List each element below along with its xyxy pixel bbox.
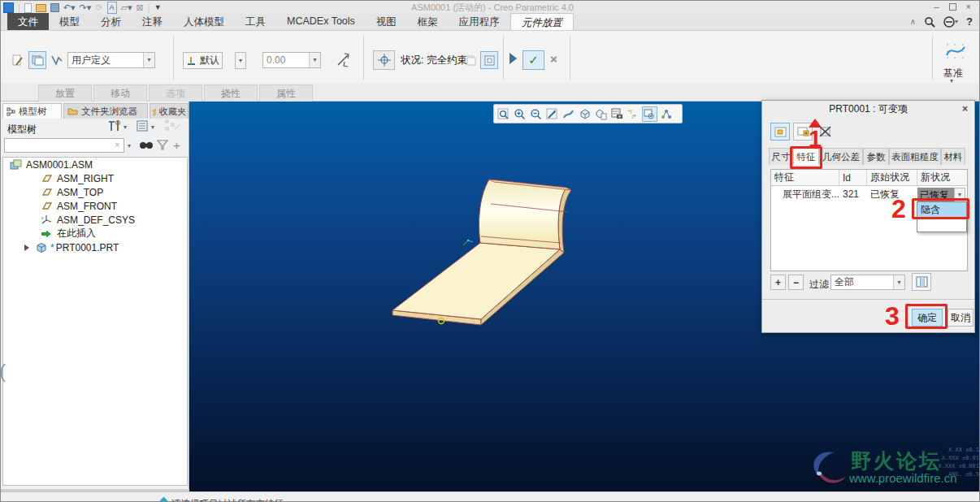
open-file-icon[interactable] [36,4,46,12]
regenerate-icon[interactable]: ⟳ [95,2,102,13]
tab-component-placement[interactable]: 元件放置 [510,13,574,30]
tree-tools-dropdown[interactable]: ▾ [124,124,127,131]
constraint-preset-select[interactable]: 用户定义 ▾ [67,52,155,68]
datum-edit-icon[interactable] [9,51,27,69]
sync-icon[interactable]: ▾ [943,16,958,28]
new-status-combobox[interactable]: 已恢复 ▾ [917,188,967,202]
tree-settings-dropdown[interactable]: ▾ [151,124,154,131]
preview-window-icon[interactable] [461,51,479,69]
customize-qat-icon[interactable]: ▼ [154,2,162,13]
col-header-id[interactable]: Id [839,170,867,185]
tree-row-assembly[interactable]: ASM0001.ASM [3,158,187,171]
annotation-display-icon[interactable] [642,106,657,122]
datum-spline-icon[interactable] [943,41,968,62]
help-icon[interactable]: ? [966,15,973,28]
tab-model[interactable]: 模型 [49,13,90,30]
constraint-type-button[interactable]: 默认 [183,52,223,69]
drag-component-icon[interactable] [373,50,395,70]
show-all-items-icon[interactable] [770,123,790,141]
assembly-window-icon[interactable] [48,51,66,69]
zoom-region-icon[interactable] [496,106,511,122]
constraint-type-dropdown[interactable]: ▾ [235,52,246,69]
find-icon[interactable] [139,140,154,154]
search-options-dropdown[interactable]: ▾ [128,143,131,149]
col-header-original-status[interactable]: 原始状况 [867,170,917,185]
offset-value-input[interactable]: 0.00 ▾ [262,52,321,68]
dialog-tab-dimension[interactable]: 尺寸 [769,148,793,165]
zoom-out-icon[interactable] [528,106,544,122]
panel-tab-folder-browser[interactable]: 文件夹浏览器 [63,103,148,119]
search-icon[interactable] [924,16,935,28]
window-activate-icon[interactable]: A [107,2,117,14]
minimize-button[interactable]: – [934,2,939,11]
tree-search-input[interactable] [4,138,124,153]
subtab-properties[interactable]: 属性 [259,84,313,102]
table-row[interactable]: 展平面组变... 321 已恢复 已恢复 ▾ [771,186,967,202]
filter-funnel-icon[interactable] [157,140,168,154]
clear-search-icon[interactable]: × [115,140,119,149]
tab-file[interactable]: 文件 [7,13,49,30]
tree-row-datum-plane[interactable]: ASM_FRONT [3,199,187,213]
subtab-options[interactable]: 选项 [149,84,202,102]
dialog-tab-surface-finish[interactable]: 表面粗糙度 [889,148,941,165]
tree-row-datum-plane[interactable]: ASM_RIGHT [3,171,187,185]
new-status-dropdown-icon[interactable]: ▾ [954,188,965,202]
collapse-ribbon-icon[interactable]: ∧ [910,17,916,26]
display-style-icon[interactable] [577,106,592,122]
dialog-tab-material[interactable]: 材料 [941,148,965,165]
datum-display-filters-icon[interactable]: *//* [626,106,641,122]
ok-button[interactable]: 确定 [912,309,943,327]
cancel-button[interactable]: 取消 [947,309,973,327]
tab-annotate[interactable]: 注释 [132,13,173,30]
chevron-down-icon[interactable]: ▾ [309,53,320,67]
subtab-move[interactable]: 移动 [93,84,147,102]
add-column-icon[interactable]: + [173,138,180,152]
filter-select[interactable]: 全部 ▾ [830,275,905,290]
close-button[interactable]: × [966,2,971,11]
subtab-flexibility[interactable]: 挠性 [204,84,258,102]
tree-settings-icon[interactable] [136,119,149,135]
save-icon[interactable] [50,3,59,12]
col-header-new-status[interactable]: 新状况 [917,170,967,185]
dialog-close-icon[interactable]: × [962,103,968,115]
tree-row-part[interactable]: * PRT0001.PRT [3,240,187,254]
saved-orientations-icon[interactable] [593,106,609,122]
panel-collapse-handle[interactable]: ( [0,360,6,383]
cancel-placement-icon[interactable]: × [550,52,557,66]
3d-dragger-icon[interactable] [480,51,498,69]
spin-center-icon[interactable] [658,106,674,122]
view-manager-icon[interactable] [609,106,625,122]
zoom-in-icon[interactable] [512,106,527,122]
tree-tools-icon[interactable] [108,119,121,135]
tab-manikin[interactable]: 人体模型 [173,13,235,30]
tab-tools[interactable]: 工具 [235,13,276,30]
undo-icon[interactable]: ↶▾ [63,2,76,13]
close-window-icon[interactable]: ⊠ [137,2,144,13]
tree-row-insert-here[interactable]: 在此插入 [3,227,187,240]
panel-tab-favorites[interactable]: 收藏夹 [150,103,189,119]
pause-resume-icon[interactable] [510,53,517,64]
redo-icon[interactable]: ↷▾ [80,2,92,13]
refit-icon[interactable] [544,106,560,122]
remove-row-button[interactable]: − [788,275,804,290]
dropdown-option-suppressed[interactable]: 隐含 [917,202,966,217]
tab-view[interactable]: 视图 [366,13,407,30]
flip-constraint-icon[interactable] [332,50,353,71]
col-header-feature[interactable]: 特征 [771,170,839,185]
tree-row-csys[interactable]: x ASM_DEF_CSYS [3,213,187,227]
dialog-tab-geomtol[interactable]: 几何公差 [819,148,863,165]
dropdown-option-empty[interactable] [917,217,966,232]
new-file-icon[interactable] [24,3,32,13]
chevron-down-icon[interactable]: ▾ [893,275,904,289]
restore-button[interactable] [949,3,956,11]
separate-window-icon[interactable] [28,51,46,69]
model-display-icon[interactable]: ▱▾ [121,2,132,13]
chevron-down-icon[interactable]: ▾ [143,53,154,67]
dialog-tab-parameter[interactable]: 参数 [863,148,889,165]
tab-applications[interactable]: 应用程序 [449,13,510,30]
repaint-icon[interactable] [561,106,576,122]
sheet-metal-model[interactable] [358,155,602,334]
tab-analysis[interactable]: 分析 [90,13,132,30]
columns-icon[interactable] [912,273,931,291]
tree-row-datum-plane[interactable]: ASM_TOP [3,185,187,199]
